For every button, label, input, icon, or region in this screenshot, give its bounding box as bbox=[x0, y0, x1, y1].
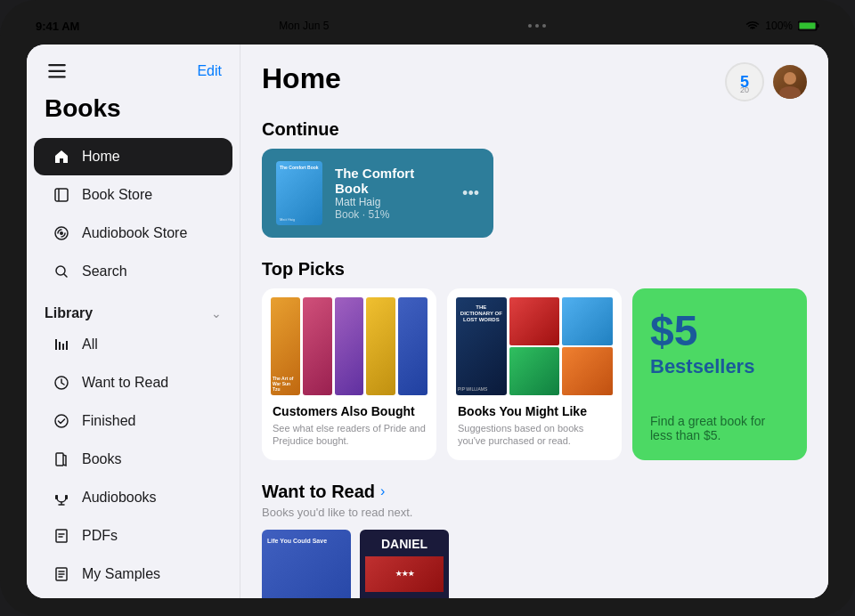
pick-label-2: Books You Might Like bbox=[447, 404, 622, 418]
continue-card[interactable]: The Comfort Book Matt Haig The Comfort B… bbox=[262, 149, 493, 238]
mini-book-5 bbox=[398, 297, 428, 395]
want-to-read-header[interactable]: Want to Read › bbox=[262, 482, 807, 502]
library-title: Library bbox=[45, 305, 93, 321]
bestseller-price: $5 bbox=[650, 306, 789, 355]
library-section-header: Library ⌄ bbox=[27, 291, 240, 325]
edit-button[interactable]: Edit bbox=[197, 63, 222, 79]
battery-icon bbox=[798, 20, 819, 31]
nav-audiobooks[interactable]: Audiobooks bbox=[34, 479, 232, 516]
bestseller-label: Bestsellers bbox=[650, 355, 789, 378]
svg-rect-10 bbox=[55, 339, 57, 350]
customers-also-bought-card[interactable]: The Art of War Sun Tzu Customers Also Bo… bbox=[262, 288, 436, 460]
books-you-might-like-card[interactable]: THE DICTIONARY OF LOST WORDS PIP WILLIAM… bbox=[447, 288, 622, 460]
nav-home[interactable]: Home bbox=[34, 138, 232, 175]
want-to-read-desc: Books you'd like to read next. bbox=[262, 506, 807, 519]
mini-book-6: THE DICTIONARY OF LOST WORDS PIP WILLIAM… bbox=[456, 297, 507, 395]
pick-desc-2: Suggestions based on books you've purcha… bbox=[447, 422, 622, 448]
want-book-2[interactable]: DANIEL ★★★ bbox=[360, 530, 449, 598]
continue-book-author: Matt Haig bbox=[335, 196, 450, 208]
status-dots bbox=[528, 24, 546, 28]
nav-all[interactable]: All bbox=[34, 326, 232, 363]
nav-home-label: Home bbox=[82, 149, 120, 165]
continue-info: The Comfort Book Matt Haig Book · 51% bbox=[335, 166, 450, 221]
svg-rect-3 bbox=[48, 64, 66, 66]
more-options-button[interactable]: ••• bbox=[462, 184, 479, 203]
header-actions: 5 20 bbox=[725, 62, 807, 101]
nav-audiobook-label: Audiobook Store bbox=[82, 225, 187, 241]
main-content: Home 5 20 Continue bbox=[240, 45, 828, 598]
user-avatar[interactable] bbox=[773, 65, 807, 99]
svg-rect-16 bbox=[56, 453, 63, 466]
reading-goal-badge[interactable]: 5 20 bbox=[725, 62, 764, 101]
app-container: Edit Books Home Book St bbox=[27, 45, 828, 598]
wifi-icon bbox=[745, 20, 760, 31]
want-books-row: Life You Could Save DANIEL ★★★ bbox=[262, 530, 807, 598]
svg-rect-1 bbox=[817, 24, 818, 28]
bookstore-icon bbox=[52, 185, 71, 205]
mini-book-7 bbox=[509, 297, 560, 345]
pdfs-icon bbox=[52, 526, 71, 546]
nav-audiobook[interactable]: Audiobook Store bbox=[34, 215, 232, 252]
svg-rect-17 bbox=[55, 495, 58, 499]
finished-icon bbox=[52, 411, 71, 431]
want-to-read-title: Want to Read bbox=[262, 482, 375, 502]
nav-search-label: Search bbox=[82, 263, 127, 280]
status-right: 100% bbox=[745, 20, 819, 32]
nav-books[interactable]: Books bbox=[34, 441, 232, 478]
svg-rect-13 bbox=[66, 341, 68, 350]
nav-downloaded[interactable]: Downloaded bbox=[34, 594, 232, 598]
nav-all-label: All bbox=[82, 336, 98, 353]
continue-section-label: Continue bbox=[262, 119, 807, 140]
books-icon bbox=[52, 450, 71, 469]
nav-audiobooks-label: Audiobooks bbox=[82, 490, 157, 506]
svg-point-26 bbox=[779, 86, 801, 99]
mini-book-10 bbox=[562, 347, 613, 395]
pick-books-row-1: The Art of War Sun Tzu bbox=[262, 288, 436, 404]
mini-book-9 bbox=[562, 297, 613, 345]
sidebar-toggle-button[interactable] bbox=[45, 59, 69, 84]
svg-rect-18 bbox=[65, 495, 68, 499]
svg-rect-12 bbox=[62, 344, 64, 350]
audiobooks-icon bbox=[52, 488, 71, 507]
mini-book-8 bbox=[509, 347, 560, 395]
nav-pdfs[interactable]: PDFs bbox=[34, 517, 232, 555]
pick-label-1: Customers Also Bought bbox=[262, 404, 436, 418]
nav-want-to-read[interactable]: Want to Read bbox=[34, 364, 232, 401]
nav-finished[interactable]: Finished bbox=[34, 402, 232, 440]
svg-rect-4 bbox=[48, 70, 66, 72]
all-icon bbox=[52, 335, 71, 354]
status-time: 9:41 AM bbox=[36, 20, 79, 33]
continue-book-title: The Comfort Book bbox=[335, 166, 450, 196]
sidebar-title: Books bbox=[27, 91, 240, 137]
status-date: Mon Jun 5 bbox=[279, 20, 329, 32]
sidebar: Edit Books Home Book St bbox=[27, 45, 240, 598]
mini-book-3 bbox=[335, 297, 364, 395]
svg-point-25 bbox=[784, 72, 796, 85]
svg-rect-2 bbox=[799, 23, 815, 29]
home-icon bbox=[52, 147, 71, 166]
nav-search[interactable]: Search bbox=[34, 253, 232, 290]
main-header: Home 5 20 bbox=[262, 62, 807, 101]
want-to-read-arrow-icon: › bbox=[380, 483, 385, 499]
want-to-read-icon bbox=[52, 373, 71, 393]
continue-book-thumb: The Comfort Book Matt Haig bbox=[276, 161, 322, 225]
pick-desc-1: See what else readers of Pride and Preju… bbox=[262, 422, 436, 448]
nav-samples-label: My Samples bbox=[82, 566, 160, 582]
nav-bookstore-label: Book Store bbox=[82, 187, 152, 203]
nav-samples[interactable]: My Samples bbox=[34, 555, 232, 593]
nav-bookstore[interactable]: Book Store bbox=[34, 176, 232, 214]
reading-goal-sub: 20 bbox=[740, 85, 749, 94]
pick-books-row-2: THE DICTIONARY OF LOST WORDS PIP WILLIAM… bbox=[447, 288, 622, 404]
nav-books-label: Books bbox=[82, 451, 121, 467]
svg-point-15 bbox=[55, 415, 68, 427]
svg-rect-6 bbox=[55, 189, 68, 201]
page-title: Home bbox=[262, 62, 341, 95]
library-chevron-icon[interactable]: ⌄ bbox=[211, 306, 222, 320]
search-icon bbox=[52, 262, 71, 281]
mini-book-2 bbox=[303, 297, 332, 395]
sidebar-header: Edit bbox=[27, 59, 240, 91]
want-book-1[interactable]: Life You Could Save bbox=[262, 530, 351, 598]
mini-book-1: The Art of War Sun Tzu bbox=[271, 297, 300, 395]
ipad-frame: 9:41 AM Mon Jun 5 100% bbox=[0, 0, 855, 616]
bestseller-card[interactable]: $5 Bestsellers Find a great book for les… bbox=[632, 288, 807, 460]
